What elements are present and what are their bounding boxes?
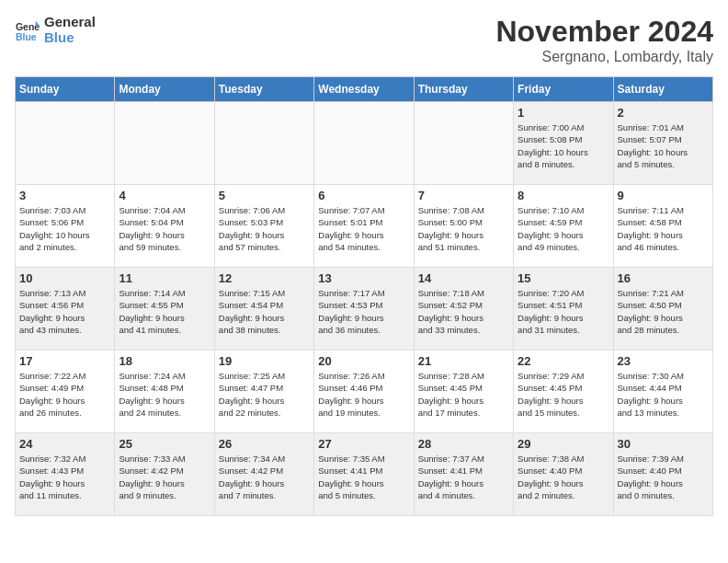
calendar-cell: 12Sunrise: 7:15 AM Sunset: 4:54 PM Dayli… <box>214 268 313 350</box>
day-number: 27 <box>318 437 409 451</box>
day-info: Sunrise: 7:21 AM Sunset: 4:50 PM Dayligh… <box>618 287 709 336</box>
day-number: 30 <box>618 437 709 451</box>
calendar-cell <box>314 102 414 185</box>
calendar-cell: 21Sunrise: 7:28 AM Sunset: 4:45 PM Dayli… <box>414 350 513 433</box>
calendar-cell: 11Sunrise: 7:14 AM Sunset: 4:55 PM Dayli… <box>115 268 214 350</box>
day-number: 12 <box>219 271 310 285</box>
day-number: 6 <box>318 189 409 202</box>
calendar-cell: 30Sunrise: 7:39 AM Sunset: 4:40 PM Dayli… <box>613 433 712 516</box>
weekday-header-thursday: Thursday <box>414 77 513 102</box>
calendar-cell: 5Sunrise: 7:06 AM Sunset: 5:03 PM Daylig… <box>214 185 313 268</box>
calendar-cell: 28Sunrise: 7:37 AM Sunset: 4:41 PM Dayli… <box>414 433 513 516</box>
calendar-cell: 13Sunrise: 7:17 AM Sunset: 4:53 PM Dayli… <box>314 268 414 350</box>
day-info: Sunrise: 7:30 AM Sunset: 4:44 PM Dayligh… <box>618 370 709 419</box>
day-number: 20 <box>318 354 409 368</box>
day-number: 21 <box>418 354 509 368</box>
logo-icon: General Blue <box>15 17 40 43</box>
month-title: November 2024 <box>495 15 713 49</box>
day-info: Sunrise: 7:34 AM Sunset: 4:42 PM Dayligh… <box>219 453 310 501</box>
logo-general-text: General <box>44 15 96 30</box>
title-area: November 2024 Sergnano, Lombardy, Italy <box>495 15 713 65</box>
day-number: 3 <box>19 189 110 202</box>
calendar-cell: 20Sunrise: 7:26 AM Sunset: 4:46 PM Dayli… <box>314 350 414 433</box>
weekday-header-wednesday: Wednesday <box>314 77 414 102</box>
calendar-cell: 8Sunrise: 7:10 AM Sunset: 4:59 PM Daylig… <box>514 185 613 268</box>
day-info: Sunrise: 7:14 AM Sunset: 4:55 PM Dayligh… <box>119 287 210 336</box>
calendar-cell: 3Sunrise: 7:03 AM Sunset: 5:06 PM Daylig… <box>16 185 115 268</box>
day-number: 14 <box>418 271 509 285</box>
day-info: Sunrise: 7:06 AM Sunset: 5:03 PM Dayligh… <box>219 204 310 253</box>
calendar-cell: 2Sunrise: 7:01 AM Sunset: 5:07 PM Daylig… <box>613 102 712 185</box>
day-number: 1 <box>518 106 609 120</box>
calendar-cell: 24Sunrise: 7:32 AM Sunset: 4:43 PM Dayli… <box>16 433 115 516</box>
calendar-table: SundayMondayTuesdayWednesdayThursdayFrid… <box>15 76 713 516</box>
day-number: 16 <box>618 271 709 285</box>
day-number: 7 <box>418 189 509 202</box>
day-number: 28 <box>418 437 509 451</box>
weekday-header-monday: Monday <box>115 77 214 102</box>
day-info: Sunrise: 7:26 AM Sunset: 4:46 PM Dayligh… <box>318 370 409 419</box>
day-info: Sunrise: 7:35 AM Sunset: 4:41 PM Dayligh… <box>318 453 409 501</box>
day-number: 25 <box>119 437 210 451</box>
day-number: 17 <box>19 354 110 368</box>
day-number: 26 <box>219 437 310 451</box>
calendar-cell <box>214 102 313 185</box>
calendar-cell: 7Sunrise: 7:08 AM Sunset: 5:00 PM Daylig… <box>414 185 513 268</box>
calendar-cell: 25Sunrise: 7:33 AM Sunset: 4:42 PM Dayli… <box>115 433 214 516</box>
calendar-cell <box>16 102 115 185</box>
day-info: Sunrise: 7:10 AM Sunset: 4:59 PM Dayligh… <box>518 204 609 253</box>
day-info: Sunrise: 7:38 AM Sunset: 4:40 PM Dayligh… <box>518 453 609 501</box>
calendar-cell: 29Sunrise: 7:38 AM Sunset: 4:40 PM Dayli… <box>514 433 613 516</box>
day-info: Sunrise: 7:08 AM Sunset: 5:00 PM Dayligh… <box>418 204 509 253</box>
day-number: 22 <box>518 354 609 368</box>
day-number: 2 <box>618 106 709 120</box>
day-info: Sunrise: 7:29 AM Sunset: 4:45 PM Dayligh… <box>518 370 609 419</box>
calendar-cell: 23Sunrise: 7:30 AM Sunset: 4:44 PM Dayli… <box>613 350 712 433</box>
day-number: 10 <box>19 271 110 285</box>
logo: General Blue General Blue <box>15 15 96 45</box>
calendar-cell: 6Sunrise: 7:07 AM Sunset: 5:01 PM Daylig… <box>314 185 414 268</box>
weekday-header-tuesday: Tuesday <box>214 77 313 102</box>
calendar-cell: 27Sunrise: 7:35 AM Sunset: 4:41 PM Dayli… <box>314 433 414 516</box>
calendar-cell: 18Sunrise: 7:24 AM Sunset: 4:48 PM Dayli… <box>115 350 214 433</box>
calendar-cell: 17Sunrise: 7:22 AM Sunset: 4:49 PM Dayli… <box>16 350 115 433</box>
calendar-cell: 22Sunrise: 7:29 AM Sunset: 4:45 PM Dayli… <box>514 350 613 433</box>
weekday-header-sunday: Sunday <box>16 77 115 102</box>
header: General Blue General Blue November 2024 … <box>15 15 713 65</box>
day-info: Sunrise: 7:17 AM Sunset: 4:53 PM Dayligh… <box>318 287 409 336</box>
calendar-cell: 16Sunrise: 7:21 AM Sunset: 4:50 PM Dayli… <box>613 268 712 350</box>
day-info: Sunrise: 7:25 AM Sunset: 4:47 PM Dayligh… <box>219 370 310 419</box>
day-info: Sunrise: 7:18 AM Sunset: 4:52 PM Dayligh… <box>418 287 509 336</box>
day-info: Sunrise: 7:01 AM Sunset: 5:07 PM Dayligh… <box>618 121 709 170</box>
day-info: Sunrise: 7:28 AM Sunset: 4:45 PM Dayligh… <box>418 370 509 419</box>
day-info: Sunrise: 7:15 AM Sunset: 4:54 PM Dayligh… <box>219 287 310 336</box>
day-number: 29 <box>518 437 609 451</box>
calendar-cell: 10Sunrise: 7:13 AM Sunset: 4:56 PM Dayli… <box>16 268 115 350</box>
day-number: 18 <box>119 354 210 368</box>
day-number: 13 <box>318 271 409 285</box>
calendar-cell: 4Sunrise: 7:04 AM Sunset: 5:04 PM Daylig… <box>115 185 214 268</box>
day-info: Sunrise: 7:11 AM Sunset: 4:58 PM Dayligh… <box>618 204 709 253</box>
day-number: 8 <box>518 189 609 202</box>
day-info: Sunrise: 7:13 AM Sunset: 4:56 PM Dayligh… <box>19 287 110 336</box>
day-number: 19 <box>219 354 310 368</box>
calendar-cell: 1Sunrise: 7:00 AM Sunset: 5:08 PM Daylig… <box>514 102 613 185</box>
calendar-cell: 26Sunrise: 7:34 AM Sunset: 4:42 PM Dayli… <box>214 433 313 516</box>
day-info: Sunrise: 7:03 AM Sunset: 5:06 PM Dayligh… <box>19 204 110 253</box>
day-number: 15 <box>518 271 609 285</box>
logo-blue-text: Blue <box>44 30 96 46</box>
day-number: 23 <box>618 354 709 368</box>
day-info: Sunrise: 7:39 AM Sunset: 4:40 PM Dayligh… <box>618 453 709 501</box>
location-title: Sergnano, Lombardy, Italy <box>495 49 713 65</box>
day-info: Sunrise: 7:32 AM Sunset: 4:43 PM Dayligh… <box>19 453 110 501</box>
calendar-cell: 14Sunrise: 7:18 AM Sunset: 4:52 PM Dayli… <box>414 268 513 350</box>
day-info: Sunrise: 7:20 AM Sunset: 4:51 PM Dayligh… <box>518 287 609 336</box>
day-info: Sunrise: 7:33 AM Sunset: 4:42 PM Dayligh… <box>119 453 210 501</box>
calendar-cell: 19Sunrise: 7:25 AM Sunset: 4:47 PM Dayli… <box>214 350 313 433</box>
weekday-header-saturday: Saturday <box>613 77 712 102</box>
calendar-cell: 9Sunrise: 7:11 AM Sunset: 4:58 PM Daylig… <box>613 185 712 268</box>
calendar-cell <box>115 102 214 185</box>
day-info: Sunrise: 7:37 AM Sunset: 4:41 PM Dayligh… <box>418 453 509 501</box>
day-number: 4 <box>119 189 210 202</box>
day-number: 24 <box>19 437 110 451</box>
